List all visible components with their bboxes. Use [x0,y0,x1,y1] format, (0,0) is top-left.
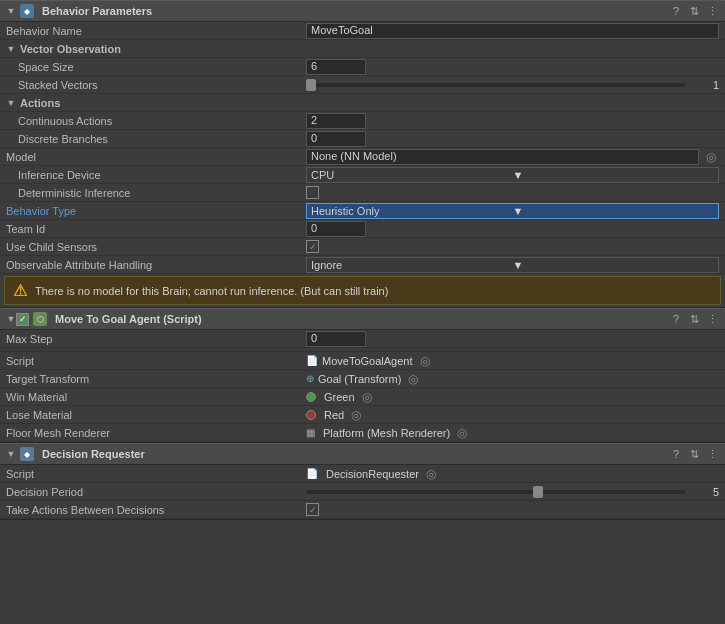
win-material-field: Green ◎ [306,389,719,405]
team-id-field[interactable]: 0 [306,221,366,237]
stacked-vectors-value: 1 [689,79,719,91]
script-file-icon: 📄 [306,355,318,366]
script-value: MoveToGoalAgent [322,355,413,367]
use-child-sensors-row: Use Child Sensors [0,238,725,256]
behavior-params-icons: ? ⇅ ⋮ [669,4,719,18]
dr-script-value: DecisionRequester [326,468,419,480]
mesh-icon: ▦ [306,427,315,438]
behavior-type-dropdown[interactable]: Heuristic Only ▼ [306,203,719,219]
space-size-label: Space Size [6,61,306,73]
use-child-sensors-checkbox[interactable] [306,240,319,253]
target-transform-field: ⊕ Goal (Transform) ◎ [306,371,719,387]
dr-script-row: Script 📄 DecisionRequester ◎ [0,465,725,483]
transform-icon: ⊕ [306,373,314,384]
decision-requester-icon: ◆ [20,447,34,461]
continuous-actions-label: Continuous Actions [6,115,306,127]
actions-group: ▼ Actions [0,94,725,112]
decision-period-value: 5 [689,486,719,498]
team-id-row: Team Id 0 [0,220,725,238]
dr-script-file-icon: 📄 [306,468,318,479]
stacked-vectors-row: Stacked Vectors 1 [0,76,725,94]
help-icon[interactable]: ? [669,4,683,18]
decision-period-label: Decision Period [6,486,306,498]
move-to-goal-content: Max Step 0 Script 📄 MoveToGoalAgent ◎ Ta… [0,330,725,442]
deterministic-inference-row: Deterministic Inference [0,184,725,202]
floor-mesh-value: Platform (Mesh Renderer) [323,427,450,439]
dr-script-field: 📄 DecisionRequester ◎ [306,466,719,482]
move-to-goal-enabled[interactable] [16,313,29,326]
deterministic-inference-checkbox[interactable] [306,186,319,199]
vector-obs-collapse[interactable]: ▼ [6,44,16,54]
lose-material-row: Lose Material Red ◎ [0,406,725,424]
discrete-branches-label: Discrete Branches [6,133,306,145]
move-to-goal-header: ▼ ⬡ Move To Goal Agent (Script) ? ⇅ ⋮ [0,308,725,330]
max-step-label: Max Step [6,333,306,345]
move-help-icon[interactable]: ? [669,312,683,326]
target-transform-value: Goal (Transform) [318,373,401,385]
dr-settings-icon[interactable]: ⇅ [687,447,701,461]
behavior-params-collapse[interactable]: ▼ [6,6,16,16]
vector-observation-label: Vector Observation [20,43,121,55]
continuous-actions-field[interactable]: 2 [306,113,366,129]
warning-icon: ⚠ [13,281,27,300]
inference-device-dropdown[interactable]: CPU ▼ [306,167,719,183]
actions-label: Actions [20,97,60,109]
continuous-actions-row: Continuous Actions 2 [0,112,725,130]
move-more-icon[interactable]: ⋮ [705,312,719,326]
move-to-goal-icon: ⬡ [33,312,47,326]
stacked-vectors-track[interactable] [306,83,685,87]
decision-requester-collapse[interactable]: ▼ [6,449,16,459]
stacked-vectors-thumb[interactable] [306,79,316,91]
move-to-goal-icons: ? ⇅ ⋮ [669,312,719,326]
model-target-icon[interactable]: ◎ [703,149,719,165]
more-icon[interactable]: ⋮ [705,4,719,18]
floor-mesh-target-icon[interactable]: ◎ [454,425,470,441]
model-field[interactable]: None (NN Model) [306,149,699,165]
decision-period-row: Decision Period 5 [0,483,725,501]
actions-collapse[interactable]: ▼ [6,98,16,108]
observable-attr-dropdown[interactable]: Ignore ▼ [306,257,719,273]
max-step-field[interactable]: 0 [306,331,366,347]
floor-mesh-label: Floor Mesh Renderer [6,427,306,439]
use-child-sensors-label: Use Child Sensors [6,241,306,253]
observable-attr-row: Observable Attribute Handling Ignore ▼ [0,256,725,274]
lose-material-field: Red ◎ [306,407,719,423]
script-field: 📄 MoveToGoalAgent ◎ [306,353,719,369]
script-target-icon[interactable]: ◎ [417,353,433,369]
lose-material-target-icon[interactable]: ◎ [348,407,364,423]
behavior-params-header: ▼ ◆ Behavior Parameters ? ⇅ ⋮ [0,0,725,22]
dr-script-label: Script [6,468,306,480]
discrete-branches-field[interactable]: 0 [306,131,366,147]
take-actions-checkbox[interactable] [306,503,319,516]
behavior-type-row: Behavior Type Heuristic Only ▼ [0,202,725,220]
settings-icon[interactable]: ⇅ [687,4,701,18]
dr-more-icon[interactable]: ⋮ [705,447,719,461]
lose-material-value: Red [324,409,344,421]
space-size-row: Space Size 6 [0,58,725,76]
decision-period-thumb[interactable] [533,486,543,498]
dr-script-target-icon[interactable]: ◎ [423,466,439,482]
win-material-target-icon[interactable]: ◎ [359,389,375,405]
win-material-dot [306,392,316,402]
discrete-branches-row: Discrete Branches 0 [0,130,725,148]
lose-material-label: Lose Material [6,409,306,421]
decision-period-track[interactable] [306,490,685,494]
team-id-label: Team Id [6,223,306,235]
move-settings-icon[interactable]: ⇅ [687,312,701,326]
inference-device-label: Inference Device [6,169,306,181]
behavior-name-field[interactable]: MoveToGoal [306,23,719,39]
take-actions-label: Take Actions Between Decisions [6,504,306,516]
behavior-params-icon: ◆ [20,4,34,18]
floor-mesh-field: ▦ Platform (Mesh Renderer) ◎ [306,425,719,441]
behavior-type-label: Behavior Type [6,205,306,217]
model-row: Model None (NN Model) ◎ [0,148,725,166]
move-to-goal-collapse[interactable]: ▼ [6,314,16,324]
behavior-params-content: Behavior Name MoveToGoal ▼ Vector Observ… [0,22,725,305]
decision-period-slider-row: 5 [306,486,719,498]
dr-help-icon[interactable]: ? [669,447,683,461]
decision-requester-icons: ? ⇅ ⋮ [669,447,719,461]
behavior-params-section: ▼ ◆ Behavior Parameters ? ⇅ ⋮ Behavior N… [0,0,725,308]
target-transform-target-icon[interactable]: ◎ [405,371,421,387]
behavior-params-title: Behavior Parameters [42,5,669,17]
space-size-field[interactable]: 6 [306,59,366,75]
